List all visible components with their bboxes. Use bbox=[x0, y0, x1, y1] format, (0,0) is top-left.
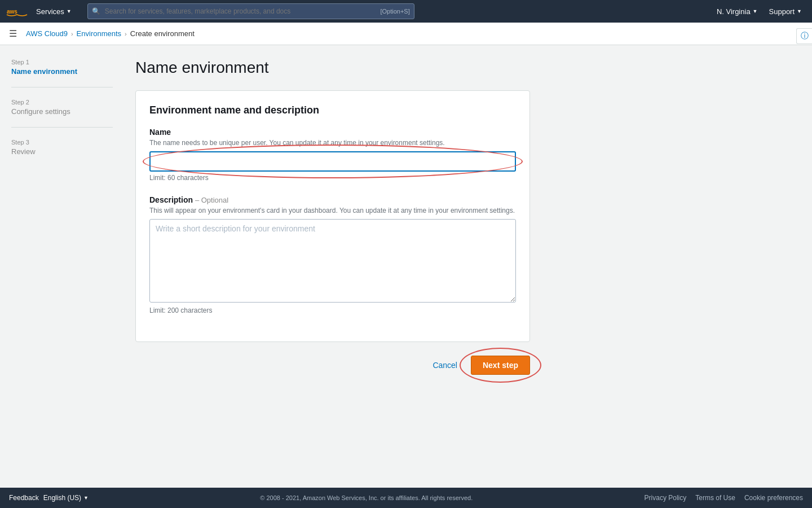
cookie-preferences-link[interactable]: Cookie preferences bbox=[744, 494, 803, 502]
description-label-text: Description bbox=[149, 195, 193, 204]
footer: Feedback English (US) ▼ © 2008 - 2021, A… bbox=[0, 488, 812, 508]
next-step-button[interactable]: Next step bbox=[471, 356, 530, 375]
step-1-label: Step 1 bbox=[11, 59, 113, 65]
breadcrumb-cloud9[interactable]: AWS Cloud9 bbox=[26, 29, 68, 38]
breadcrumb: AWS Cloud9 › Environments › Create envir… bbox=[26, 29, 195, 38]
page-title: Name environment bbox=[135, 59, 789, 77]
step-2-label: Step 2 bbox=[11, 99, 113, 106]
top-navigation: aws Services ▼ 🔍 [Option+S] N. Virginia … bbox=[0, 0, 812, 23]
secondary-navigation: ☰ AWS Cloud9 › Environments › Create env… bbox=[0, 23, 812, 45]
services-label: Services bbox=[36, 7, 64, 16]
description-textarea[interactable] bbox=[149, 219, 516, 303]
description-field-group: Description – Optional This will appear … bbox=[149, 195, 516, 314]
services-button[interactable]: Services ▼ bbox=[32, 5, 76, 18]
description-hint: This will appear on your environment's c… bbox=[149, 207, 516, 214]
breadcrumb-environments[interactable]: Environments bbox=[77, 29, 121, 38]
search-shortcut-hint: [Option+S] bbox=[380, 8, 409, 15]
main-layout: Step 1 Name environment Step 2 Configure… bbox=[0, 45, 812, 488]
main-content: Name environment Environment name and de… bbox=[113, 59, 812, 488]
copyright-text: © 2008 - 2021, Amazon Web Services, Inc.… bbox=[89, 494, 645, 501]
region-button[interactable]: N. Virginia ▼ bbox=[712, 5, 762, 18]
breadcrumb-sep-1: › bbox=[71, 30, 73, 37]
description-label: Description – Optional bbox=[149, 195, 516, 204]
breadcrumb-sep-2: › bbox=[125, 30, 127, 37]
language-selector[interactable]: English (US) ▼ bbox=[43, 494, 89, 502]
search-icon: 🔍 bbox=[92, 7, 100, 15]
description-limit: Limit: 200 characters bbox=[149, 306, 516, 314]
support-label: Support bbox=[769, 7, 795, 16]
step-3-item: Step 3 Review bbox=[11, 139, 113, 167]
aws-logo[interactable]: aws bbox=[6, 3, 28, 20]
step-2-item: Step 2 Configure settings bbox=[11, 99, 113, 128]
cancel-button[interactable]: Cancel bbox=[426, 357, 464, 373]
step-2-name: Configure settings bbox=[11, 107, 113, 116]
step-3-name: Review bbox=[11, 147, 113, 156]
services-caret-icon: ▼ bbox=[67, 8, 72, 14]
name-field-group: Name The name needs to be unique per use… bbox=[149, 128, 516, 182]
terms-of-use-link[interactable]: Terms of Use bbox=[695, 494, 735, 502]
nav-right: N. Virginia ▼ Support ▼ bbox=[712, 5, 806, 18]
search-bar: 🔍 [Option+S] bbox=[87, 3, 414, 19]
steps-sidebar: Step 1 Name environment Step 2 Configure… bbox=[0, 59, 113, 488]
breadcrumb-create: Create environment bbox=[130, 29, 195, 38]
search-input[interactable] bbox=[87, 3, 414, 19]
name-label: Name bbox=[149, 128, 516, 137]
footer-left: Feedback English (US) ▼ bbox=[9, 494, 89, 502]
description-optional-text: – Optional bbox=[195, 196, 228, 204]
step-1-item: Step 1 Name environment bbox=[11, 59, 113, 87]
svg-text:aws: aws bbox=[7, 8, 17, 15]
footer-right: Privacy Policy Terms of Use Cookie prefe… bbox=[645, 494, 803, 502]
privacy-policy-link[interactable]: Privacy Policy bbox=[645, 494, 687, 502]
name-hint: The name needs to be unique per user. Yo… bbox=[149, 139, 516, 147]
name-input[interactable]: image-processing-development bbox=[149, 151, 516, 172]
form-card: Environment name and description Name Th… bbox=[135, 90, 530, 342]
step-1-name: Name environment bbox=[11, 67, 113, 76]
language-caret-icon: ▼ bbox=[83, 495, 89, 501]
step-3-label: Step 3 bbox=[11, 139, 113, 146]
support-caret-icon: ▼ bbox=[797, 8, 802, 14]
region-label: N. Virginia bbox=[717, 7, 751, 16]
language-label: English (US) bbox=[43, 494, 81, 502]
section-title: Environment name and description bbox=[149, 104, 516, 116]
action-row: Cancel Next step bbox=[135, 356, 530, 375]
hamburger-menu-icon[interactable]: ☰ bbox=[9, 28, 17, 39]
info-icon[interactable]: ⓘ bbox=[796, 28, 812, 44]
feedback-button[interactable]: Feedback bbox=[9, 494, 39, 502]
name-limit: Limit: 60 characters bbox=[149, 174, 516, 182]
region-caret-icon: ▼ bbox=[753, 8, 758, 14]
support-button[interactable]: Support ▼ bbox=[765, 5, 806, 18]
